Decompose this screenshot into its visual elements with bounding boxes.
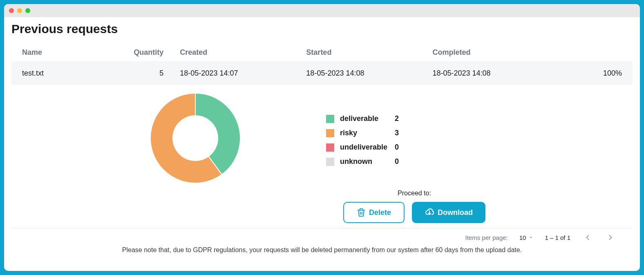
cell-started: 18-05-2023 14:08	[306, 69, 432, 78]
table-header-row: Name Quantity Created Started Completed	[11, 43, 633, 61]
legend-label: undeliverable	[340, 143, 389, 152]
window-zoom-button[interactable]	[25, 8, 30, 13]
legend-item-deliverable: deliverable2	[326, 114, 399, 123]
proceed-to-label: Proceed to:	[398, 190, 431, 197]
legend-swatch	[326, 158, 334, 166]
table-header-started: Started	[306, 48, 432, 57]
delete-button[interactable]: Delete	[343, 202, 405, 223]
cell-progress: 100%	[559, 69, 622, 78]
window-minimize-button[interactable]	[17, 8, 22, 13]
page-range: 1 – 1 of 1	[545, 234, 570, 241]
content-area: Previous requests Name Quantity Created …	[4, 17, 640, 271]
cloud-download-icon	[425, 208, 434, 217]
page-title: Previous requests	[11, 22, 633, 36]
previous-page-button[interactable]	[582, 232, 593, 243]
app-window: Previous requests Name Quantity Created …	[4, 4, 640, 271]
next-page-button[interactable]	[605, 232, 616, 243]
table-row[interactable]: test.txt 5 18-05-2023 14:07 18-05-2023 1…	[11, 61, 633, 85]
download-button-label: Download	[438, 208, 473, 217]
delete-button-label: Delete	[369, 208, 391, 217]
window-titlebar	[4, 4, 640, 17]
legend-label: risky	[340, 129, 389, 137]
legend-value: 0	[395, 143, 399, 152]
cell-completed: 18-05-2023 14:08	[432, 69, 559, 78]
pagination-bar: Items per page: 10 1 – 1 of 1	[11, 232, 633, 243]
action-buttons: Delete Download	[343, 202, 485, 223]
legend-item-risky: risky3	[326, 129, 399, 137]
legend-swatch	[326, 129, 334, 137]
table-header-completed: Completed	[432, 48, 559, 57]
window-close-button[interactable]	[9, 8, 14, 13]
legend-label: unknown	[340, 157, 389, 166]
page-size-select[interactable]: 10	[519, 234, 534, 241]
legend-value: 2	[395, 114, 399, 123]
cell-quantity: 5	[117, 69, 180, 78]
legend-swatch	[326, 143, 334, 152]
trash-icon	[357, 208, 366, 217]
table-header-name: Name	[22, 48, 117, 57]
legend-swatch	[326, 115, 334, 123]
items-per-page-label: Items per page:	[465, 234, 508, 241]
download-button[interactable]: Download	[412, 202, 485, 223]
divider	[11, 228, 633, 228]
legend-item-undeliverable: undeliverable0	[326, 143, 399, 152]
donut-chart	[146, 89, 244, 187]
table-header-quantity: Quantity	[117, 48, 180, 57]
legend-label: deliverable	[340, 114, 389, 123]
gdpr-notice: Please note that, due to GDPR regulation…	[11, 246, 633, 254]
dropdown-arrow-icon	[528, 234, 533, 241]
chart-legend: deliverable2risky3undeliverable0unknown0	[326, 89, 399, 187]
legend-value: 3	[395, 129, 399, 137]
page-size-value: 10	[519, 234, 526, 241]
cell-created: 18-05-2023 14:07	[180, 69, 306, 78]
actions-section: Proceed to: Delete	[343, 190, 485, 223]
row-detail-panel: deliverable2risky3undeliverable0unknown0	[11, 89, 633, 187]
table-header-created: Created	[180, 48, 306, 57]
legend-item-unknown: unknown0	[326, 157, 399, 166]
cell-name: test.txt	[22, 69, 117, 78]
legend-value: 0	[395, 157, 399, 166]
